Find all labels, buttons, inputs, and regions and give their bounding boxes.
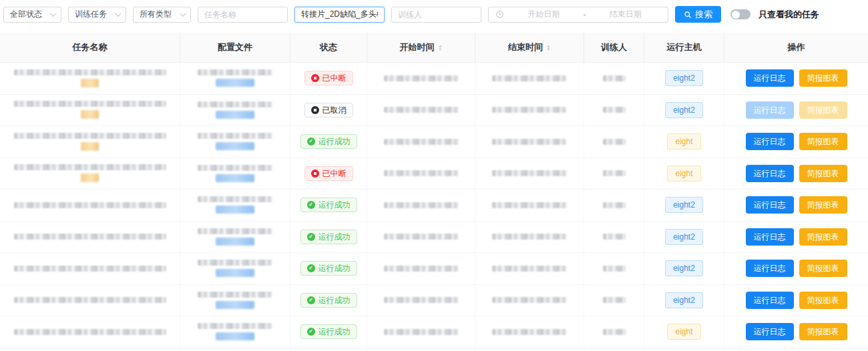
status-label: 已中断 — [322, 74, 347, 82]
report-chart-button[interactable]: 简报图表 — [799, 165, 847, 182]
column-header-start-time[interactable]: 开始时间▲▼ — [367, 33, 475, 62]
column-label: 任务名称 — [73, 41, 107, 53]
run-log-button[interactable]: 运行日志 — [746, 133, 794, 150]
end-time-cell — [475, 190, 584, 221]
run-log-button[interactable]: 运行日志 — [746, 165, 794, 182]
host-tag: eight — [667, 165, 700, 182]
report-chart-button[interactable]: 简报图表 — [799, 323, 847, 340]
config-link-redacted[interactable] — [216, 206, 254, 214]
run-log-button[interactable]: 运行日志 — [746, 323, 794, 340]
trainer-redacted — [603, 266, 626, 272]
trainer-cell — [584, 285, 644, 316]
run-log-button[interactable]: 运行日志 — [746, 101, 794, 119]
status-badge: 运行成功 — [300, 198, 357, 212]
report-chart-button[interactable]: 简报图表 — [799, 260, 847, 277]
config-file-cell — [180, 285, 290, 316]
task-tag-redacted — [81, 110, 99, 119]
column-header-end-time[interactable]: 结束时间▲▼ — [475, 33, 584, 62]
my-tasks-toggle[interactable] — [730, 9, 750, 19]
table-row: 运行成功 eight 运行日志 简报图表 — [0, 126, 868, 158]
start-time-redacted — [384, 75, 459, 81]
end-time-cell — [475, 222, 584, 253]
status-label: 已中断 — [322, 169, 347, 178]
config-link-redacted[interactable] — [216, 301, 254, 309]
date-range-picker[interactable]: 开始日期 - 结束日期 — [488, 7, 668, 23]
table-row: 运行成功 eight2 运行日志 简报图表 — [0, 222, 868, 254]
report-chart-button[interactable]: 简报图表 — [799, 292, 847, 309]
task-type-select[interactable]: 训练任务 — [68, 7, 126, 23]
search-icon — [684, 11, 692, 19]
host-tag: eight — [667, 133, 700, 149]
host-cell: eight2 — [644, 253, 724, 284]
host-cell: eight — [644, 158, 724, 190]
config-link-redacted[interactable] — [216, 174, 254, 182]
config-link-redacted[interactable] — [216, 238, 254, 246]
end-time-cell — [475, 95, 584, 126]
start-time-redacted — [384, 329, 459, 335]
search-button[interactable]: 搜索 — [675, 6, 721, 23]
config-file-cell — [180, 348, 290, 351]
status-icon — [307, 201, 315, 209]
report-chart-button[interactable]: 简报图表 — [799, 228, 847, 246]
status-cell: 运行成功 — [290, 190, 367, 221]
run-log-button[interactable]: 运行日志 — [746, 292, 794, 309]
sort-icons[interactable]: ▲▼ — [546, 44, 551, 51]
config-file-redacted — [198, 101, 272, 107]
end-time-cell — [475, 316, 584, 348]
report-chart-button[interactable]: 简报图表 — [799, 101, 847, 119]
report-chart-button[interactable]: 简报图表 — [799, 69, 847, 87]
status-badge: 运行成功 — [300, 134, 357, 149]
column-label: 结束时间 — [508, 41, 543, 53]
status-cell: 运行成功 — [290, 126, 367, 157]
host-cell — [644, 348, 724, 351]
task-name-redacted — [14, 101, 166, 107]
run-log-button[interactable]: 运行日志 — [746, 196, 794, 214]
task-name-cell — [0, 190, 180, 221]
status-select[interactable]: 全部状态 — [3, 7, 61, 23]
status-label: 已取消 — [322, 106, 347, 114]
status-badge: 运行成功 — [300, 230, 357, 244]
caret-down-icon: ▼ — [438, 47, 442, 51]
run-log-button[interactable]: 运行日志 — [746, 69, 794, 87]
report-chart-button[interactable]: 简报图表 — [799, 196, 847, 214]
trainer-redacted — [603, 202, 626, 208]
run-log-button[interactable]: 运行日志 — [746, 228, 794, 246]
column-header-host: 运行主机 — [644, 33, 724, 62]
sort-icons[interactable]: ▲▼ — [438, 44, 443, 51]
host-tag: eight2 — [665, 102, 703, 118]
start-time-redacted — [384, 107, 459, 113]
config-file-redacted — [198, 228, 272, 234]
config-file-redacted — [198, 260, 272, 266]
status-icon — [311, 74, 319, 82]
trainer-input[interactable] — [391, 7, 481, 23]
column-label: 运行主机 — [667, 41, 702, 53]
config-link-redacted[interactable] — [216, 111, 254, 119]
task-name-input[interactable] — [198, 7, 288, 23]
config-link-redacted[interactable] — [216, 79, 254, 87]
start-time-cell — [367, 126, 475, 157]
config-link-redacted[interactable] — [216, 142, 254, 150]
config-file-redacted — [198, 69, 272, 75]
status-badge: 已中断 — [304, 71, 353, 85]
status-label: 运行成功 — [318, 137, 351, 145]
actions-cell: 运行日志 简报图表 — [724, 63, 868, 94]
model-search-input[interactable] — [294, 7, 385, 23]
category-select[interactable]: 所有类型 — [133, 7, 191, 23]
config-link-redacted[interactable] — [216, 269, 254, 277]
actions-cell: 运行日志 简报图表 — [724, 222, 868, 253]
end-time-redacted — [492, 329, 567, 335]
end-time-cell — [475, 63, 584, 94]
task-name-cell — [0, 253, 180, 284]
start-time-redacted — [384, 234, 459, 240]
actions-cell: 运行日志 简报图表 — [724, 190, 868, 221]
status-icon — [307, 233, 315, 241]
table-header-row: 任务名称配置文件状态开始时间▲▼结束时间▲▼训练人运行主机操作 — [0, 33, 868, 63]
category-select-value: 所有类型 — [140, 9, 172, 20]
actions-cell: 运行日志 简报图表 — [724, 253, 868, 284]
run-log-button[interactable]: 运行日志 — [746, 260, 794, 277]
config-file-cell — [180, 95, 290, 126]
report-chart-button[interactable]: 简报图表 — [799, 133, 847, 150]
start-time-cell — [367, 316, 475, 348]
config-link-redacted[interactable] — [216, 332, 254, 340]
end-time-redacted — [492, 202, 567, 208]
